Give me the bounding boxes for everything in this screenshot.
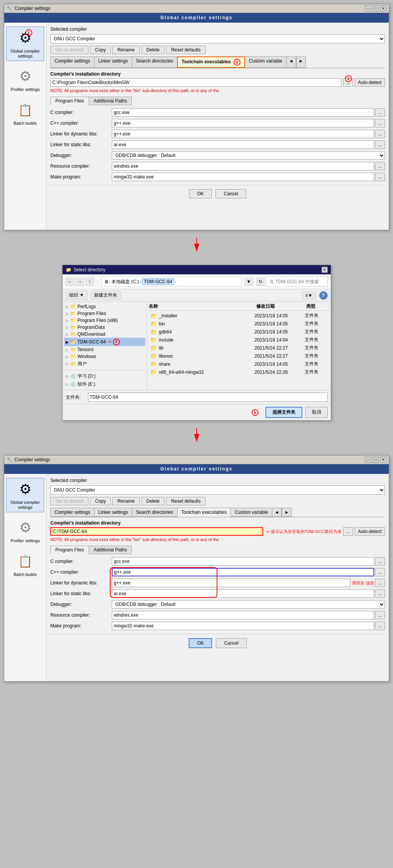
set-default-btn-2[interactable]: Set as default <box>50 497 88 505</box>
linker-static-browse-1[interactable]: ... <box>375 140 385 149</box>
c-compiler-browse-2[interactable]: ... <box>375 557 385 566</box>
ok-btn-1[interactable]: OK <box>189 189 212 198</box>
view-btn[interactable]: ≡▼ <box>302 292 316 299</box>
file-cancel-btn[interactable]: 取消 <box>305 407 328 418</box>
tab-compiler-settings-2[interactable]: Compiler settings <box>50 508 95 517</box>
compiler-dropdown-1[interactable]: GNU GCC Compiler <box>50 34 385 43</box>
file-item-installer[interactable]: 📁 _installer 2023/1/18 14:05 文件夹 <box>149 312 329 320</box>
tab-toolchain-1[interactable]: Toolchain executables 2 <box>177 56 245 68</box>
tree-users[interactable]: ▷ 📁 用户 <box>64 360 145 368</box>
browse-btn-1[interactable]: ... 3 <box>343 78 353 87</box>
sub-tab-program-files-2[interactable]: Program Files <box>50 546 89 554</box>
tab-linker-settings-1[interactable]: Linker settings <box>94 56 132 68</box>
tree-tencent[interactable]: ▷ 📁 Tencent <box>64 346 145 353</box>
tree-program-files[interactable]: ▷ 📁 Program Files <box>64 310 145 317</box>
sidebar-item-global-compiler-2[interactable]: ⚙ Global compiler settings <box>6 478 44 512</box>
sidebar-item-global-compiler-1[interactable]: ⚙ 1 Global compiler settings <box>6 26 44 61</box>
tree-windows[interactable]: ▷ 📁 Windows <box>64 353 145 360</box>
delete-btn-2[interactable]: Delete <box>141 497 165 505</box>
tree-qmdownload[interactable]: ▷ 📁 QMDownload <box>64 331 145 338</box>
tab-arrow-right-1[interactable]: ► <box>296 56 306 68</box>
resource-compiler-browse-1[interactable]: ... <box>375 162 385 170</box>
reset-defaults-btn-2[interactable]: Reset defaults <box>166 497 206 505</box>
tree-programdata[interactable]: ▷ 📁 ProgramData <box>64 324 145 331</box>
file-item-gdb64[interactable]: 📁 gdb64 2023/1/18 14:05 文件夹 <box>149 328 329 336</box>
maximize-btn-2[interactable]: □ <box>373 457 379 463</box>
file-item-include[interactable]: 📁 include 2023/1/18 14:04 文件夹 <box>149 336 329 344</box>
nav-refresh-btn[interactable]: ↻ <box>256 277 265 286</box>
make-program-browse-2[interactable]: ... <box>375 622 385 630</box>
set-default-btn-1[interactable]: Set as default <box>50 46 88 54</box>
copy-btn-1[interactable]: Copy <box>90 46 111 54</box>
breadcrumb-tdm[interactable]: TDM-GCC-64 <box>142 278 174 285</box>
install-dir-input-1[interactable] <box>50 78 342 87</box>
breadcrumb-c-drive[interactable]: 本地磁盘 (C:) <box>111 279 139 285</box>
debugger-select-1[interactable]: GDB/CDB debugger : Default <box>112 151 385 160</box>
cpp-compiler-input-2[interactable] <box>112 568 374 576</box>
debugger-select-2[interactable]: GDB/CDB debugger : Default <box>112 600 385 609</box>
resource-compiler-input-2[interactable] <box>112 611 374 619</box>
tab-compiler-settings-1[interactable]: Compiler settings <box>50 56 95 68</box>
cpp-compiler-input-1[interactable] <box>112 119 374 127</box>
close-btn-2[interactable]: ✕ <box>380 457 386 463</box>
sub-tab-program-files-1[interactable]: Program Files <box>50 97 89 105</box>
linker-static-input-1[interactable] <box>112 140 374 149</box>
make-program-input-2[interactable] <box>112 622 374 630</box>
ok-btn-2[interactable]: OK <box>189 638 212 648</box>
tab-toolchain-2[interactable]: Toolchain executables <box>177 508 231 517</box>
linker-dynamic-input-1[interactable] <box>112 130 374 138</box>
tab-search-dirs-1[interactable]: Search directories <box>132 56 177 68</box>
organize-btn[interactable]: 组织 ▼ <box>66 291 88 300</box>
tab-linker-settings-2[interactable]: Linker settings <box>94 508 132 517</box>
c-compiler-input-2[interactable] <box>112 557 374 566</box>
linker-dynamic-browse-1[interactable]: ... <box>375 130 385 138</box>
sidebar-item-batch-1[interactable]: 📋 Batch builds <box>6 99 44 128</box>
c-compiler-input-1[interactable] <box>112 108 374 117</box>
tab-custom-var-2[interactable]: Custom variable <box>230 508 272 517</box>
tab-arrow-left-2[interactable]: ◄ <box>272 508 282 517</box>
browse-btn-2[interactable]: ... <box>343 527 353 536</box>
nav-back-btn[interactable]: ← <box>66 277 74 286</box>
make-program-browse-1[interactable]: ... <box>375 173 385 181</box>
linker-static-browse-2[interactable]: ... <box>375 589 385 598</box>
make-program-input-1[interactable] <box>112 173 374 181</box>
close-btn-1[interactable]: ✕ <box>380 5 386 12</box>
tree-program-files-x86[interactable]: ▷ 📁 Program Files (x86) <box>64 317 145 324</box>
filename-input[interactable] <box>88 393 328 402</box>
select-folder-btn[interactable]: 选择文件夹 <box>265 407 302 418</box>
tree-drive-e[interactable]: ▷ 💿 软件 (E:) <box>64 380 145 388</box>
file-item-mingw32[interactable]: 📁 x86_64-w64-mingw32 2021/5/24 22:26 文件夹 <box>149 368 329 376</box>
tab-custom-var-1[interactable]: Custom variable <box>245 56 287 68</box>
tab-arrow-right-2[interactable]: ► <box>282 508 292 517</box>
nav-forward-btn[interactable]: → <box>76 277 84 286</box>
rename-btn-2[interactable]: Rename <box>112 497 139 505</box>
cancel-btn-1[interactable]: Cancel <box>216 189 246 198</box>
sub-tab-additional-paths-2[interactable]: Additional Paths <box>89 546 132 554</box>
tree-drive-d[interactable]: ▷ 💿 学习 (D:) <box>64 372 145 380</box>
help-btn[interactable]: ? <box>319 291 328 300</box>
maximize-btn-1[interactable]: □ <box>373 5 379 12</box>
cpp-compiler-browse-2[interactable]: ... <box>375 568 385 576</box>
nav-dropdown-btn[interactable]: ▼ <box>245 277 253 286</box>
file-item-lib[interactable]: 📁 lib 2021/5/24 22:27 文件夹 <box>149 344 329 352</box>
minimize-btn-1[interactable]: ─ <box>365 5 371 12</box>
tab-arrow-left-1[interactable]: ◄ <box>286 56 296 68</box>
tree-perflogs[interactable]: ▷ 📁 PerfLogs <box>64 303 145 310</box>
auto-detect-btn-1[interactable]: Auto-detect <box>355 78 385 87</box>
linker-dynamic-browse-2[interactable]: ... <box>375 579 385 587</box>
cancel-btn-2[interactable]: Cancel <box>216 638 246 648</box>
file-dialog-close[interactable]: ✕ <box>322 267 328 273</box>
file-item-share[interactable]: 📁 share 2023/1/18 14:05 文件夹 <box>149 360 329 368</box>
rename-btn-1[interactable]: Rename <box>112 46 139 54</box>
sidebar-item-profiler-1[interactable]: ⚙ Profiler settings <box>6 65 44 94</box>
resource-compiler-browse-2[interactable]: ... <box>375 611 385 619</box>
new-folder-btn[interactable]: 新建文件夹 <box>91 291 121 300</box>
linker-dynamic-input-2[interactable] <box>112 579 350 587</box>
file-item-libexec[interactable]: 📁 libexec 2021/5/24 22:27 文件夹 <box>149 352 329 360</box>
install-dir-input-2[interactable] <box>50 527 263 536</box>
sidebar-item-batch-2[interactable]: 📋 Batch builds <box>6 550 44 579</box>
auto-detect-btn-2[interactable]: Auto-detect <box>355 527 385 536</box>
search-input[interactable] <box>266 277 328 287</box>
sub-tab-additional-paths-1[interactable]: Additional Paths <box>89 97 132 105</box>
tab-search-dirs-2[interactable]: Search directories <box>132 508 177 517</box>
